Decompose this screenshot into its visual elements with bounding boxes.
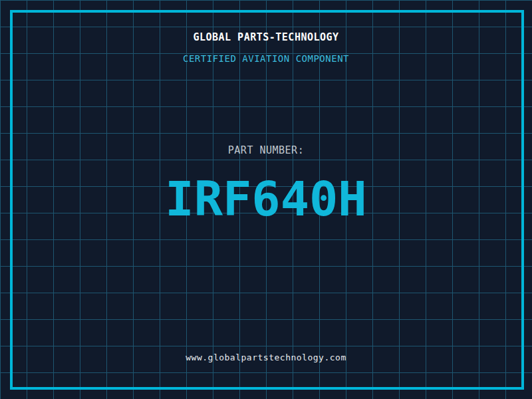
part-number-label: PART NUMBER: (0, 144, 532, 156)
part-number-value: IRF640H (0, 172, 532, 227)
part-label-page: { "header": { "brand": "GLOBAL PARTS-TEC… (0, 0, 532, 399)
certified-subtitle: CERTIFIED AVIATION COMPONENT (0, 53, 532, 64)
brand-title: GLOBAL PARTS-TECHNOLOGY (0, 31, 532, 43)
website-url: www.globalpartstechnology.com (0, 352, 532, 362)
